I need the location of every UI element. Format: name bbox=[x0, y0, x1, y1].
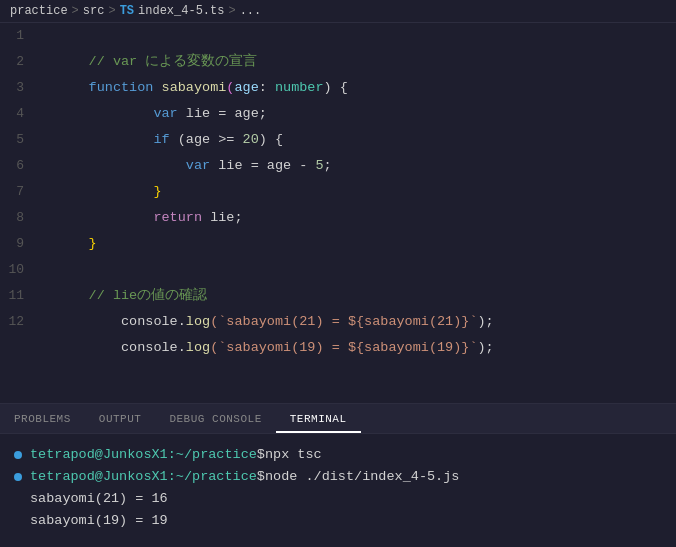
terminal-output-2: sabayomi(19) = 19 bbox=[14, 510, 662, 532]
terminal-dollar-2: $ bbox=[257, 466, 265, 488]
code-line-12: 12 console.log(`sabayomi(19) = ${sabayom… bbox=[0, 309, 676, 335]
code-line-2: 2 function sabayomi(age: number) { bbox=[0, 49, 676, 75]
terminal-cmd-1: npx tsc bbox=[265, 444, 322, 466]
terminal-prompt-2: tetrapod@JunkosX1:~/practice bbox=[30, 466, 257, 488]
line-num-3: 3 bbox=[0, 75, 40, 101]
line-num-9: 9 bbox=[0, 231, 40, 257]
terminal-line-1: tetrapod@JunkosX1:~/practice$ npx tsc bbox=[14, 444, 662, 466]
line-num-2: 2 bbox=[0, 49, 40, 75]
tab-output[interactable]: OUTPUT bbox=[85, 407, 156, 433]
line-num-10: 10 bbox=[0, 257, 40, 283]
terminal-dot-2 bbox=[14, 473, 22, 481]
code-editor: 1 // var による変数の宣言 2 function sabayomi(ag… bbox=[0, 23, 676, 403]
tab-terminal[interactable]: TERMINAL bbox=[276, 407, 361, 433]
line-num-4: 4 bbox=[0, 101, 40, 127]
line-num-11: 11 bbox=[0, 283, 40, 309]
bottom-panel: PROBLEMS OUTPUT DEBUG CONSOLE TERMINAL t… bbox=[0, 403, 676, 547]
breadcrumb-ellipsis: ... bbox=[240, 4, 262, 18]
line-num-1: 1 bbox=[0, 23, 40, 49]
tab-problems[interactable]: PROBLEMS bbox=[0, 407, 85, 433]
breadcrumb-ts-badge: TS bbox=[120, 4, 134, 18]
tab-debug-console[interactable]: DEBUG CONSOLE bbox=[155, 407, 275, 433]
breadcrumb-sep3: > bbox=[228, 4, 235, 18]
code-line-7: 7 return lie; bbox=[0, 179, 676, 205]
code-line-3: 3 var lie = age; bbox=[0, 75, 676, 101]
code-line-10: 10 // lieの値の確認 bbox=[0, 257, 676, 283]
terminal-dollar-1: $ bbox=[257, 444, 265, 466]
code-line-4: 4 if (age >= 20) { bbox=[0, 101, 676, 127]
code-line-11: 11 console.log(`sabayomi(21) = ${sabayom… bbox=[0, 283, 676, 309]
breadcrumb-filename: index_4-5.ts bbox=[138, 4, 224, 18]
terminal-area[interactable]: tetrapod@JunkosX1:~/practice$ npx tsc te… bbox=[0, 434, 676, 547]
terminal-cmd-2: node ./dist/index_4-5.js bbox=[265, 466, 459, 488]
line-num-12: 12 bbox=[0, 309, 40, 335]
breadcrumb-src: src bbox=[83, 4, 105, 18]
terminal-prompt-1: tetrapod@JunkosX1:~/practice bbox=[30, 444, 257, 466]
terminal-output-1: sabayomi(21) = 16 bbox=[14, 488, 662, 510]
code-line-5: 5 var lie = age - 5; bbox=[0, 127, 676, 153]
line-num-7: 7 bbox=[0, 179, 40, 205]
breadcrumb-sep2: > bbox=[108, 4, 115, 18]
code-line-8: 8 } bbox=[0, 205, 676, 231]
line-num-5: 5 bbox=[0, 127, 40, 153]
breadcrumb-practice: practice bbox=[10, 4, 68, 18]
terminal-line-2: tetrapod@JunkosX1:~/practice$ node ./dis… bbox=[14, 466, 662, 488]
line-num-8: 8 bbox=[0, 205, 40, 231]
line-num-6: 6 bbox=[0, 153, 40, 179]
code-line-6: 6 } bbox=[0, 153, 676, 179]
line-content-12: console.log(`sabayomi(19) = ${sabayomi(1… bbox=[40, 309, 676, 387]
breadcrumb: practice > src > TS index_4-5.ts > ... bbox=[0, 0, 676, 23]
code-line-9: 9 bbox=[0, 231, 676, 257]
line-content-9 bbox=[40, 231, 676, 257]
breadcrumb-sep1: > bbox=[72, 4, 79, 18]
code-line-1: 1 // var による変数の宣言 bbox=[0, 23, 676, 49]
panel-tabs: PROBLEMS OUTPUT DEBUG CONSOLE TERMINAL bbox=[0, 404, 676, 434]
terminal-dot-1 bbox=[14, 451, 22, 459]
